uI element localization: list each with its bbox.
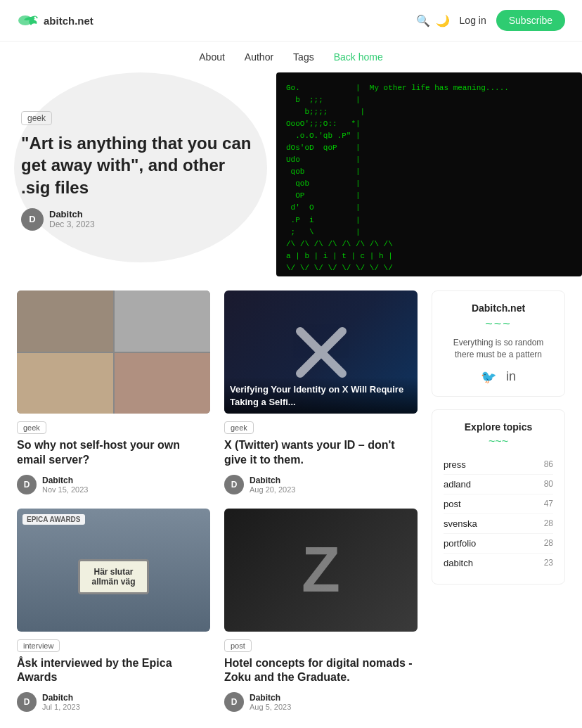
article-1-date: Nov 15, 2023	[42, 485, 88, 494]
article-4-author[interactable]: Dabitch	[250, 693, 291, 703]
topic-row-dabitch[interactable]: dabitch 23	[444, 554, 553, 573]
article-3-date: Jul 1, 2023	[42, 703, 80, 711]
article-3-image[interactable]: EPICA AWARDS Här slutarallmän väg	[17, 509, 210, 632]
svg-point-1	[34, 17, 37, 19]
topic-row-press[interactable]: press 86	[444, 455, 553, 475]
article-3-title[interactable]: Åsk interviewed by the Epica Awards	[17, 656, 210, 686]
article-1-image[interactable]	[17, 290, 210, 414]
article-2-title[interactable]: X (Twitter) wants your ID – don't give i…	[224, 438, 418, 468]
topic-row-adland[interactable]: adland 80	[444, 475, 553, 494]
about-widget-squiggle: ~~~	[444, 317, 553, 331]
hero-image[interactable]: Go. | My other life has meaning..... b ;…	[276, 72, 582, 276]
main-nav: About Author Tags Back home	[0, 41, 582, 72]
header-actions: 🔍 🌙 Log in Subscribe	[416, 10, 565, 31]
logo-text: abitch.net	[44, 15, 93, 27]
hero-tag[interactable]: geek	[21, 111, 52, 125]
topics-squiggle: ~~~	[444, 435, 553, 448]
article-1-tag[interactable]: geek	[17, 421, 46, 434]
article-3-tag[interactable]: interview	[17, 639, 60, 652]
topic-count-adland: 80	[544, 479, 553, 490]
topic-name-post: post	[444, 499, 461, 509]
twitter-bird-overlay: Verifying Your Identity on X Will Requir…	[224, 377, 418, 414]
article-2-date: Aug 20, 2023	[250, 485, 295, 494]
epica-image-overlay: EPICA AWARDS	[22, 514, 85, 525]
article-2-meta: D Dabitch Aug 20, 2023	[224, 475, 418, 494]
logo-bird-icon	[17, 13, 39, 28]
topic-count-post: 47	[544, 499, 553, 509]
login-button[interactable]: Log in	[460, 15, 486, 26]
subscribe-button[interactable]: Subscribe	[496, 10, 565, 31]
article-card-2: Verifying Your Identity on X Will Requir…	[224, 290, 418, 494]
topic-name-svenska: svenska	[444, 518, 477, 529]
social-icons: 🐦 in	[444, 369, 553, 385]
overlay-caption: Verifying Your Identity on X Will Requir…	[230, 384, 403, 407]
hero-meta: D Dabitch Dec 3, 2023	[21, 208, 253, 231]
terminal-display: Go. | My other life has meaning..... b ;…	[276, 72, 582, 276]
topic-name-dabitch: dabitch	[444, 558, 473, 568]
search-icon[interactable]: 🔍	[416, 14, 430, 27]
about-widget: Dabitch.net ~~~ Everything is so random …	[432, 290, 565, 397]
article-2-image[interactable]: Verifying Your Identity on X Will Requir…	[224, 290, 418, 414]
img-cell-4	[115, 353, 211, 414]
topic-row-svenska[interactable]: svenska 28	[444, 514, 553, 534]
article-2-author[interactable]: Dabitch	[250, 475, 295, 485]
main-content: geek So why not self-host your own email…	[0, 276, 582, 726]
article-4-tag[interactable]: post	[224, 639, 252, 652]
hotel-z-symbol: Z	[302, 538, 340, 601]
article-2-tag[interactable]: geek	[224, 421, 254, 434]
article-4-image[interactable]: Z	[224, 509, 418, 632]
topic-row-post[interactable]: post 47	[444, 494, 553, 514]
img-cell-2	[115, 290, 211, 352]
hero-title: "Art is anything that you can get away w…	[21, 132, 253, 198]
article-2-avatar: D	[224, 475, 244, 494]
article-card-4: Z post Hotel concepts for digital nomads…	[224, 509, 418, 713]
article-3-author[interactable]: Dabitch	[42, 693, 80, 703]
terminal-text: Go. | My other life has meaning..... b ;…	[286, 82, 572, 276]
dark-mode-icon[interactable]: 🌙	[436, 14, 450, 27]
topic-row-portfolio[interactable]: portfolio 28	[444, 534, 553, 554]
nav-about[interactable]: About	[199, 51, 225, 63]
articles-grid: geek So why not self-host your own email…	[17, 290, 418, 712]
topic-name-press: press	[444, 459, 466, 470]
x-logo-icon	[293, 324, 349, 381]
hero-avatar: D	[21, 208, 44, 231]
topics-title: Explore topics	[444, 421, 553, 433]
nav-author[interactable]: Author	[245, 51, 273, 63]
img-cell-1	[17, 290, 113, 352]
topic-count-portfolio: 28	[544, 538, 553, 549]
nav-back-home[interactable]: Back home	[334, 51, 383, 63]
road-sign: Här slutarallmän väg	[78, 559, 148, 594]
topic-count-svenska: 28	[544, 518, 553, 529]
header: abitch.net 🔍 🌙 Log in Subscribe	[0, 0, 582, 41]
hero-author-name[interactable]: Dabitch	[49, 209, 95, 219]
article-4-date: Aug 5, 2023	[250, 703, 291, 711]
topic-name-adland: adland	[444, 479, 471, 490]
article-4-meta: D Dabitch Aug 5, 2023	[224, 692, 418, 712]
header-icons: 🔍 🌙	[416, 14, 450, 27]
article-3-avatar: D	[17, 692, 37, 712]
topic-count-press: 86	[544, 459, 553, 470]
topics-widget: Explore topics ~~~ press 86 adland 80 po…	[432, 409, 565, 585]
article-4-avatar: D	[224, 692, 244, 712]
topic-count-dabitch: 23	[544, 558, 553, 568]
article-1-title[interactable]: So why not self-host your own email serv…	[17, 438, 210, 468]
header-logo[interactable]: abitch.net	[17, 13, 93, 28]
article-1-meta: D Dabitch Nov 15, 2023	[17, 475, 210, 494]
nav-tags[interactable]: Tags	[293, 51, 314, 63]
hero-section: geek "Art is anything that you can get a…	[0, 72, 582, 276]
about-widget-title: Dabitch.net	[444, 302, 553, 314]
topic-name-portfolio: portfolio	[444, 538, 476, 549]
twitter-social-icon[interactable]: 🐦	[481, 369, 496, 385]
about-widget-desc: Everything is so random there must be a …	[444, 337, 553, 361]
article-4-title[interactable]: Hotel concepts for digital nomads - Zoku…	[224, 656, 418, 686]
linkedin-social-icon[interactable]: in	[506, 369, 516, 385]
hero-date: Dec 3, 2023	[49, 219, 95, 229]
sidebar: Dabitch.net ~~~ Everything is so random …	[432, 290, 565, 712]
article-3-meta: D Dabitch Jul 1, 2023	[17, 692, 210, 712]
hero-content: geek "Art is anything that you can get a…	[21, 111, 253, 231]
article-1-author[interactable]: Dabitch	[42, 475, 88, 485]
img-cell-3	[17, 353, 113, 414]
article-card-3: EPICA AWARDS Här slutarallmän väg interv…	[17, 509, 210, 713]
article-card-1: geek So why not self-host your own email…	[17, 290, 210, 494]
article-1-avatar: D	[17, 475, 37, 494]
